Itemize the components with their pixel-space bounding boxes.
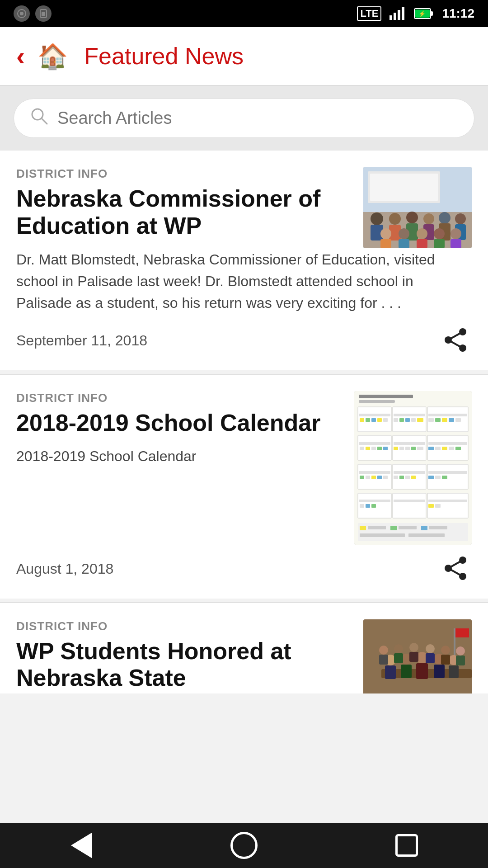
svg-rect-65 bbox=[435, 418, 441, 422]
nav-home-button[interactable] bbox=[226, 827, 262, 863]
svg-rect-95 bbox=[428, 471, 467, 474]
svg-rect-86 bbox=[435, 447, 441, 450]
share-icon-2 bbox=[443, 556, 468, 581]
svg-point-34 bbox=[417, 228, 427, 239]
svg-rect-126 bbox=[360, 533, 405, 537]
svg-rect-142 bbox=[416, 663, 428, 679]
article-category-1: DISTRICT INFO bbox=[16, 167, 352, 181]
svg-point-151 bbox=[409, 643, 418, 652]
svg-rect-122 bbox=[390, 526, 397, 530]
svg-rect-123 bbox=[399, 526, 417, 529]
svg-rect-31 bbox=[380, 239, 391, 248]
nav-back-button[interactable] bbox=[63, 827, 99, 863]
svg-rect-54 bbox=[360, 418, 364, 422]
svg-rect-78 bbox=[377, 447, 382, 450]
sim-icon bbox=[35, 5, 52, 22]
svg-point-1 bbox=[20, 12, 23, 15]
svg-point-26 bbox=[439, 212, 450, 224]
svg-rect-102 bbox=[399, 476, 404, 479]
time-label: 11:12 bbox=[442, 6, 474, 21]
svg-rect-80 bbox=[394, 447, 398, 450]
article-category-3: DISTRICT INFO bbox=[16, 619, 352, 633]
svg-rect-4 bbox=[389, 15, 392, 20]
svg-rect-72 bbox=[359, 442, 390, 445]
article-card-3[interactable]: DISTRICT INFO WP Students Honored at Neb… bbox=[0, 603, 488, 693]
article-thumbnail-2 bbox=[354, 391, 472, 545]
svg-rect-125 bbox=[429, 526, 447, 529]
svg-rect-60 bbox=[399, 418, 404, 422]
svg-rect-82 bbox=[405, 447, 410, 450]
svg-rect-140 bbox=[401, 665, 412, 678]
svg-rect-118 bbox=[435, 504, 441, 508]
svg-rect-99 bbox=[377, 476, 382, 479]
svg-rect-138 bbox=[385, 665, 396, 679]
svg-point-24 bbox=[423, 213, 434, 224]
svg-rect-113 bbox=[428, 500, 467, 502]
svg-rect-96 bbox=[360, 476, 364, 479]
nav-home-icon bbox=[230, 832, 258, 859]
home-icon[interactable]: 🏠 bbox=[38, 42, 68, 71]
svg-point-147 bbox=[379, 646, 388, 655]
svg-rect-104 bbox=[411, 476, 416, 479]
svg-rect-98 bbox=[371, 476, 376, 479]
svg-rect-84 bbox=[417, 447, 423, 450]
signal-bars-icon bbox=[389, 7, 406, 20]
svg-rect-61 bbox=[405, 418, 410, 422]
svg-rect-152 bbox=[409, 652, 418, 662]
article-title-3: WP Students Honored at Nebraska State bbox=[16, 638, 352, 692]
svg-rect-66 bbox=[442, 418, 447, 422]
status-bar-left bbox=[14, 5, 52, 22]
svg-rect-83 bbox=[411, 447, 416, 450]
svg-rect-57 bbox=[377, 418, 382, 422]
svg-point-32 bbox=[399, 228, 409, 239]
svg-point-20 bbox=[389, 213, 401, 225]
svg-point-155 bbox=[441, 646, 450, 655]
svg-rect-94 bbox=[394, 471, 425, 474]
svg-rect-79 bbox=[383, 447, 388, 450]
article-excerpt-2: 2018-2019 School Calendar bbox=[16, 445, 343, 467]
search-input[interactable] bbox=[57, 108, 458, 128]
svg-rect-158 bbox=[456, 656, 465, 665]
svg-rect-105 bbox=[428, 476, 434, 479]
svg-point-153 bbox=[426, 644, 435, 653]
share-button-2[interactable] bbox=[439, 552, 472, 586]
svg-rect-127 bbox=[408, 533, 445, 537]
share-icon-1 bbox=[443, 327, 468, 353]
svg-rect-52 bbox=[394, 414, 425, 416]
svg-rect-89 bbox=[455, 447, 461, 450]
article-card-2[interactable]: DISTRICT INFO 2018-2019 School Calendar … bbox=[0, 375, 488, 599]
search-icon bbox=[30, 107, 48, 129]
svg-rect-17 bbox=[370, 174, 438, 201]
svg-line-131 bbox=[448, 560, 463, 568]
article-content-2: DISTRICT INFO 2018-2019 School Calendar … bbox=[16, 391, 343, 477]
svg-rect-121 bbox=[368, 526, 386, 529]
svg-rect-46 bbox=[359, 395, 413, 398]
svg-rect-35 bbox=[417, 239, 427, 248]
nav-recents-button[interactable] bbox=[389, 827, 425, 863]
svg-rect-75 bbox=[360, 447, 364, 450]
svg-rect-87 bbox=[442, 447, 447, 450]
svg-rect-101 bbox=[394, 476, 398, 479]
back-button[interactable]: ‹ bbox=[16, 43, 25, 69]
svg-line-43 bbox=[448, 332, 463, 340]
svg-rect-37 bbox=[434, 239, 445, 248]
share-button-1[interactable] bbox=[439, 324, 472, 358]
svg-rect-107 bbox=[442, 476, 447, 479]
article-top-1: DISTRICT INFO Nebraska Commissioner of E… bbox=[16, 167, 472, 249]
svg-rect-39 bbox=[450, 239, 461, 248]
nav-back-icon bbox=[71, 833, 92, 858]
svg-rect-146 bbox=[449, 665, 459, 678]
nav-recents-icon bbox=[395, 834, 418, 857]
article-card-1[interactable]: DISTRICT INFO Nebraska Commissioner of E… bbox=[0, 151, 488, 370]
article-date-1: September 11, 2018 bbox=[16, 332, 147, 349]
svg-rect-6 bbox=[398, 10, 400, 20]
svg-rect-103 bbox=[405, 476, 410, 479]
article-content-3: DISTRICT INFO WP Students Honored at Neb… bbox=[16, 619, 352, 693]
page-header: ‹ 🏠 Featured News bbox=[0, 27, 488, 86]
svg-rect-62 bbox=[411, 418, 416, 422]
article-excerpt-1: Dr. Matt Blomstedt, Nebraska Commissione… bbox=[16, 249, 472, 314]
svg-point-18 bbox=[371, 212, 383, 225]
article-top-2: DISTRICT INFO 2018-2019 School Calendar … bbox=[16, 391, 472, 545]
svg-rect-64 bbox=[428, 418, 434, 422]
group-image bbox=[363, 619, 472, 693]
